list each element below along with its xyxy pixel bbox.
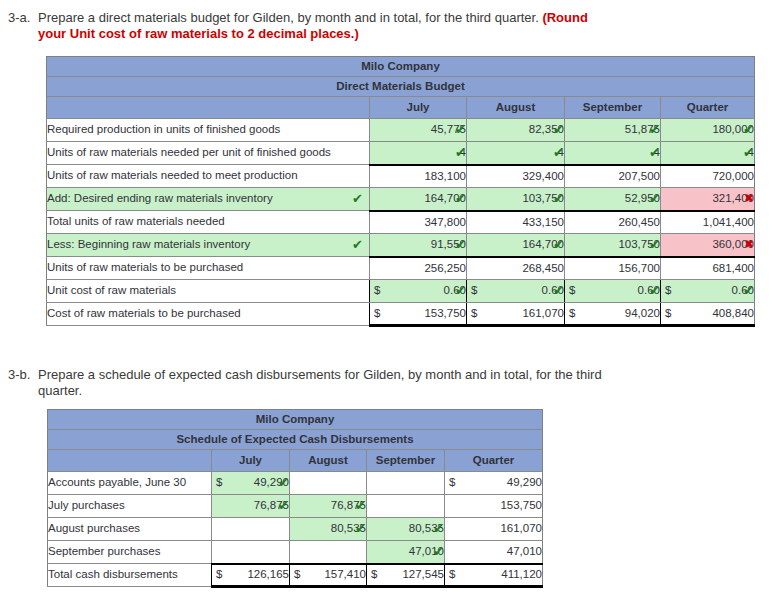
value-cell[interactable]: 91,550✔ bbox=[370, 234, 467, 257]
table-title: Milo Company bbox=[47, 57, 755, 77]
table-row: Units of raw materials needed to meet pr… bbox=[47, 165, 755, 188]
value-cell[interactable]: 164,700✔ bbox=[370, 188, 467, 211]
cell-value: 47,010 bbox=[507, 545, 542, 557]
value-cell[interactable]: 4✔ bbox=[565, 142, 661, 165]
value-cell bbox=[290, 541, 367, 564]
direct-materials-budget-table: Milo CompanyDirect Materials BudgetJulyA… bbox=[46, 56, 755, 327]
correct-check-icon: ✔ bbox=[455, 192, 466, 205]
correct-check-icon: ✔ bbox=[743, 123, 754, 136]
value-cell: $49,290 bbox=[445, 472, 543, 495]
value-cell[interactable]: 76,875✔ bbox=[212, 495, 290, 518]
table-row: Units of raw materials to be purchased25… bbox=[47, 257, 755, 280]
correct-check-icon: ✔ bbox=[553, 284, 564, 297]
value-cell: 156,700 bbox=[565, 257, 661, 280]
column-header-quarter: Quarter bbox=[661, 97, 755, 119]
value-cell[interactable]: 51,875✔ bbox=[565, 119, 661, 142]
correct-check-icon: ✔ bbox=[649, 238, 660, 251]
instruction-3a-number: 3-a. bbox=[8, 10, 38, 42]
value-cell bbox=[212, 541, 290, 564]
dollar-sign: $ bbox=[471, 285, 477, 297]
value-cell[interactable]: 321,400✖ bbox=[661, 188, 755, 211]
value-cell[interactable]: 103,750✔ bbox=[565, 234, 661, 257]
value-cell bbox=[290, 472, 367, 495]
value-cell: 681,400 bbox=[661, 257, 755, 280]
incorrect-x-icon: ✖ bbox=[744, 193, 754, 205]
column-header-august: August bbox=[290, 450, 367, 472]
correct-check-icon: ✔ bbox=[649, 284, 660, 297]
row-label: August purchases bbox=[48, 518, 212, 541]
value-cell[interactable]: 82,350✔ bbox=[467, 119, 565, 142]
value-cell[interactable]: 47,010✔ bbox=[367, 541, 445, 564]
table-row: Unit cost of raw materials$0.60✔$0.60✔$0… bbox=[47, 280, 755, 303]
value-cell: 207,500 bbox=[565, 165, 661, 188]
table-row: July purchases76,875✔76,875✔153,750 bbox=[48, 495, 543, 518]
cell-value: 260,450 bbox=[618, 216, 660, 228]
column-header-july: July bbox=[370, 97, 467, 119]
value-cell: 183,100 bbox=[370, 165, 467, 188]
dollar-sign: $ bbox=[371, 569, 377, 581]
value-cell[interactable]: $0.60✔ bbox=[370, 280, 467, 303]
correct-check-icon: ✔ bbox=[352, 238, 363, 251]
row-label: Accounts payable, June 30 bbox=[48, 472, 212, 495]
cell-value: 94,020 bbox=[625, 307, 660, 319]
value-cell[interactable]: 80,535✔ bbox=[290, 518, 367, 541]
value-cell: $161,070 bbox=[467, 303, 565, 326]
cell-value: 183,100 bbox=[424, 170, 466, 182]
worksheet-page: 3-a. Prepare a direct materials budget f… bbox=[0, 0, 770, 588]
correct-check-icon: ✔ bbox=[743, 284, 754, 297]
instruction-3b-line2: quarter. bbox=[38, 383, 82, 398]
value-cell[interactable]: 103,750✔ bbox=[467, 188, 565, 211]
correct-check-icon: ✔ bbox=[649, 192, 660, 205]
column-header-september: September bbox=[367, 450, 445, 472]
cell-value: 433,150 bbox=[522, 216, 564, 228]
correct-check-icon: ✔ bbox=[355, 522, 366, 535]
cell-value: 49,290 bbox=[507, 476, 542, 488]
value-cell[interactable]: 4✔ bbox=[370, 142, 467, 165]
table-row: Total units of raw materials needed347,8… bbox=[47, 211, 755, 234]
instruction-3a-rounding-note-part2: your Unit cost of raw materials to 2 dec… bbox=[38, 26, 359, 41]
instruction-3b-number: 3-b. bbox=[8, 367, 38, 399]
row-label[interactable]: Less: Beginning raw materials inventory✔ bbox=[47, 234, 370, 257]
value-cell[interactable]: 76,875✔ bbox=[290, 495, 367, 518]
value-cell: $94,020 bbox=[565, 303, 661, 326]
cell-value: 329,400 bbox=[522, 170, 564, 182]
row-label[interactable]: Add: Desired ending raw materials invent… bbox=[47, 188, 370, 211]
table-row: Units of raw materials needed per unit o… bbox=[47, 142, 755, 165]
value-cell[interactable]: $0.60✔ bbox=[467, 280, 565, 303]
cell-value: 153,750 bbox=[500, 499, 542, 511]
cell-value: 681,400 bbox=[712, 262, 754, 274]
correct-check-icon: ✔ bbox=[553, 123, 564, 136]
value-cell bbox=[367, 495, 445, 518]
table-row: September purchases47,010✔47,010 bbox=[48, 541, 543, 564]
value-cell[interactable]: 45,775✔ bbox=[370, 119, 467, 142]
cell-value: 720,000 bbox=[712, 170, 754, 182]
value-cell: $157,410 bbox=[290, 564, 367, 587]
column-header-september: September bbox=[565, 97, 661, 119]
table-title: Milo Company bbox=[48, 410, 543, 430]
row-label: Total units of raw materials needed bbox=[47, 211, 370, 234]
cell-value: 256,250 bbox=[424, 262, 466, 274]
table-row: Cost of raw materials to be purchased$15… bbox=[47, 303, 755, 326]
correct-check-icon: ✔ bbox=[355, 499, 366, 512]
correct-check-icon: ✔ bbox=[649, 123, 660, 136]
value-cell[interactable]: 164,700✔ bbox=[467, 234, 565, 257]
cell-value: 408,840 bbox=[712, 307, 754, 319]
correct-check-icon: ✔ bbox=[743, 146, 754, 159]
value-cell[interactable]: 80,535✔ bbox=[367, 518, 445, 541]
correct-check-icon: ✔ bbox=[455, 238, 466, 251]
correct-check-icon: ✔ bbox=[352, 192, 363, 205]
value-cell[interactable]: 52,950✔ bbox=[565, 188, 661, 211]
value-cell[interactable]: $49,290✔ bbox=[212, 472, 290, 495]
row-label: Required production in units of finished… bbox=[47, 119, 370, 142]
value-cell[interactable]: 360,000✖ bbox=[661, 234, 755, 257]
value-cell[interactable]: 4✔ bbox=[467, 142, 565, 165]
value-cell[interactable]: 4✔ bbox=[661, 142, 755, 165]
cell-value: 1,041,400 bbox=[703, 216, 754, 228]
correct-check-icon: ✔ bbox=[455, 146, 466, 159]
correct-check-icon: ✔ bbox=[433, 545, 444, 558]
value-cell[interactable]: 180,000✔ bbox=[661, 119, 755, 142]
value-cell[interactable]: $0.60✔ bbox=[661, 280, 755, 303]
correct-check-icon: ✔ bbox=[553, 238, 564, 251]
value-cell[interactable]: $0.60✔ bbox=[565, 280, 661, 303]
dollar-sign: $ bbox=[294, 569, 300, 581]
